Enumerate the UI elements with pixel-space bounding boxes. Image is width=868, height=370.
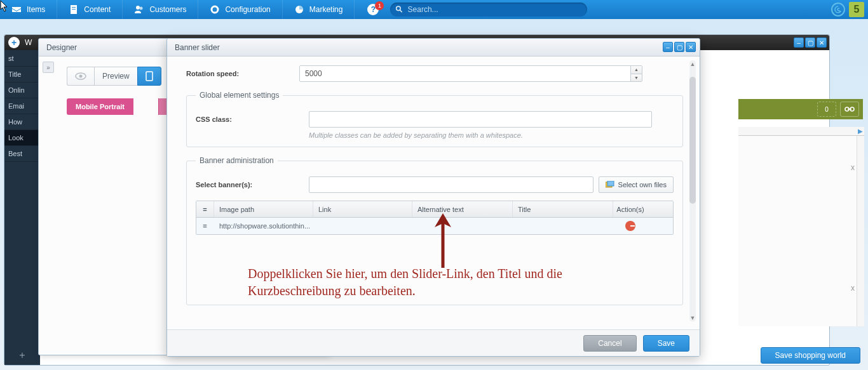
left-sidebar: st Title Onlin Emai How Look Best <box>4 50 40 365</box>
css-class-input[interactable] <box>309 111 652 128</box>
collapse-button[interactable]: » <box>43 62 54 73</box>
layout-badge[interactable]: 0 <box>817 102 836 117</box>
sidebar-item[interactable]: Look <box>4 130 40 146</box>
users-icon <box>134 4 144 15</box>
css-class-label: CSS class: <box>196 116 309 123</box>
vertical-scrollbar[interactable]: ▲ ▼ <box>688 60 697 322</box>
svg-rect-17 <box>607 181 614 186</box>
menu-configuration[interactable]: Configuration <box>198 0 282 19</box>
menu-marketing[interactable]: Marketing <box>283 0 355 19</box>
col-title[interactable]: Title <box>513 201 613 217</box>
select-banner-label: Select banner(s): <box>196 181 309 188</box>
svg-point-14 <box>79 75 83 78</box>
scroll-down-icon[interactable]: ▼ <box>689 314 696 322</box>
banner-row[interactable]: = http://shopware.solutionthin... <box>196 218 673 234</box>
eye-icon <box>75 72 86 80</box>
col-image-path[interactable]: Image path <box>214 201 313 217</box>
visibility-button[interactable] <box>67 67 94 86</box>
ruler-arrow-icon: ▶ <box>858 128 863 135</box>
sidebar-item[interactable]: Emai <box>4 98 40 114</box>
rotation-speed-label: Rotation speed: <box>186 70 299 77</box>
device-button[interactable] <box>137 67 161 86</box>
document-icon <box>69 4 79 15</box>
svg-point-6 <box>214 8 216 11</box>
scroll-up-icon[interactable]: ▲ <box>689 60 696 68</box>
menu-content[interactable]: Content <box>57 0 123 19</box>
dialog-titlebar: Banner slider – ▢ ✕ <box>167 39 700 56</box>
select-own-files-button[interactable]: Select own files <box>599 176 674 193</box>
minimize-button[interactable]: – <box>663 42 673 52</box>
version-badge[interactable]: 5 <box>849 2 864 17</box>
rotation-speed-spinner[interactable]: ▲▼ <box>299 65 642 82</box>
shopping-world-title: W <box>25 38 32 47</box>
row-drag-handle[interactable]: = <box>196 218 214 234</box>
banner-admin-legend: Banner administration <box>196 156 278 165</box>
svg-line-9 <box>400 10 402 12</box>
col-alt-text[interactable]: Alternative text <box>412 201 513 217</box>
cell-link[interactable] <box>313 218 412 234</box>
close-button[interactable]: ✕ <box>817 37 827 48</box>
col-handle: = <box>196 201 214 217</box>
delete-row-button[interactable] <box>625 221 635 231</box>
dialog-title: Banner slider <box>175 43 220 52</box>
horizontal-ruler: ▶ <box>738 127 864 136</box>
cell-image-path[interactable]: http://shopware.solutionthin... <box>214 218 313 234</box>
spinner-down-button[interactable]: ▼ <box>631 74 642 82</box>
cancel-button[interactable]: Cancel <box>583 335 636 352</box>
global-settings-legend: Global element settings <box>196 91 283 100</box>
col-link[interactable]: Link <box>313 201 412 217</box>
svg-rect-2 <box>72 9 76 10</box>
canvas-area: x x <box>738 136 864 326</box>
inbox-icon <box>11 4 22 15</box>
sidebar-item[interactable]: Best <box>4 146 40 162</box>
save-shopping-world-button[interactable]: Save shopping world <box>761 347 860 364</box>
preview-button[interactable]: Preview <box>94 67 137 86</box>
col-actions: Action(s) <box>613 201 648 217</box>
menu-customers[interactable]: Customers <box>123 0 198 19</box>
gear-icon <box>210 4 220 15</box>
svg-rect-15 <box>146 72 153 81</box>
svg-point-4 <box>140 7 143 10</box>
top-menu-bar: Items Content Customers Configuration Ma… <box>0 0 868 19</box>
search-input[interactable] <box>408 5 581 14</box>
link-tool-button[interactable] <box>840 102 859 117</box>
minimize-button[interactable]: – <box>794 37 804 48</box>
svg-rect-1 <box>72 7 76 8</box>
add-row-button[interactable]: + <box>4 346 40 365</box>
cell-title[interactable] <box>513 218 613 234</box>
close-button[interactable]: ✕ <box>686 42 696 52</box>
save-button[interactable]: Save <box>643 335 689 352</box>
sidebar-item[interactable]: Title <box>4 67 40 83</box>
vertical-ruler <box>857 136 864 326</box>
cell-alt-text[interactable] <box>412 218 513 234</box>
mobile-icon <box>146 71 153 81</box>
maximize-button[interactable]: ▢ <box>674 42 684 52</box>
css-class-hint: Multiple classes can be added by separat… <box>309 131 674 139</box>
shopware-logo-icon[interactable] <box>831 3 845 17</box>
maximize-button[interactable]: ▢ <box>805 37 815 48</box>
images-icon <box>606 181 614 188</box>
sidebar-item[interactable]: How <box>4 114 40 130</box>
bg-window-controls: – ▢ ✕ <box>794 37 827 48</box>
layout-tool-strip: 0 <box>738 99 863 119</box>
svg-point-3 <box>136 6 140 10</box>
help-button[interactable]: ?1 <box>367 4 379 15</box>
plus-icon[interactable]: + <box>8 37 20 48</box>
mouse-cursor-icon <box>0 0 10 13</box>
notification-badge: 1 <box>375 1 384 10</box>
link-icon <box>844 106 855 112</box>
search-icon <box>395 5 403 14</box>
search-box[interactable] <box>390 3 587 17</box>
spinner-up-button[interactable]: ▲ <box>631 66 642 74</box>
banner-slider-dialog: Banner slider – ▢ ✕ Rotation speed: ▲▼ G… <box>166 38 700 357</box>
rotation-speed-input[interactable] <box>300 66 630 81</box>
banner-path-input[interactable] <box>309 176 593 193</box>
sidebar-item[interactable]: Onlin <box>4 83 40 98</box>
scroll-thumb[interactable] <box>689 77 696 204</box>
banner-admin-fieldset: Banner administration Select banner(s): … <box>186 156 683 305</box>
banner-grid: = Image path Link Alternative text Title… <box>196 201 674 235</box>
sidebar-header: st <box>4 50 40 67</box>
mobile-portrait-tab[interactable]: Mobile Portrait <box>67 98 133 115</box>
global-settings-fieldset: Global element settings CSS class: Multi… <box>186 91 683 147</box>
svg-point-8 <box>397 6 401 11</box>
